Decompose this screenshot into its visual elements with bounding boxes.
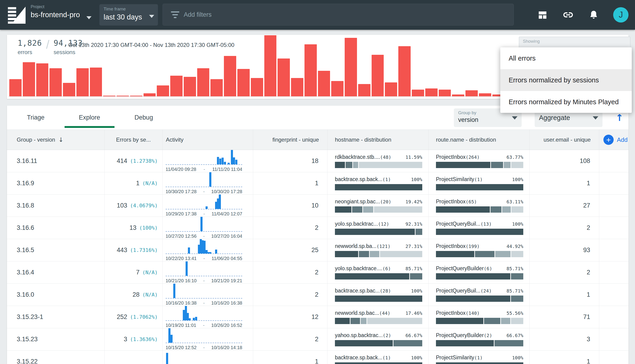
project-select[interactable]: Project bs-frontend-pro [31, 4, 93, 26]
table-row[interactable]: 3.15.23-1252(1.7062%)10/19/20 11:01-10/2… [7, 306, 628, 328]
menu-item-all-errors[interactable]: All errors [500, 47, 632, 69]
histogram-bar [398, 46, 411, 96]
distribution-segment [346, 162, 352, 168]
route-distribution-bar [436, 229, 523, 235]
activity-date-separator: - [203, 211, 205, 216]
activity-date-range: 10/29/20 17:38-11/04/20 12:07 [166, 211, 242, 216]
hostname-distribution-cell: yahoo.sp.backtrac...(2)66.67% [327, 328, 428, 350]
table-body: 3.16.11414(1.2738%)11/04/20 09:28-11/11/… [7, 150, 628, 364]
errors-count: 28 [133, 291, 140, 298]
add-column-icon[interactable]: + [603, 135, 614, 145]
errors-percentage: (N/A) [142, 292, 158, 298]
table-row[interactable]: 3.16.5443(1.7316%)10/22/20 13:41-11/06/2… [7, 239, 628, 262]
route-percentage: 55.56% [504, 310, 523, 316]
distribution-segment [511, 318, 523, 324]
tab-explore[interactable]: Explore [65, 106, 115, 130]
tab-triage[interactable]: Triage [13, 106, 59, 130]
hostname-percentage: 11.59% [403, 154, 422, 160]
activity-date-range: 11/04/20 09:28-11/11/20 11:04 [166, 167, 242, 172]
version-value: 3.16.8 [17, 202, 34, 209]
explore-card: TriageExploreDebug Group by version Aggr… [7, 106, 628, 364]
column-header-group-version[interactable]: Group - version↓ [7, 130, 105, 150]
route-distribution-label-row: ProjectQueryBuilder(2)66.67% [436, 332, 523, 338]
activity-date-range: 10/16/20 16:38-10/16/20 16:38 [166, 300, 242, 306]
sparkline-bar [168, 328, 171, 343]
sort-direction-up-icon[interactable]: ↑ [615, 113, 623, 122]
activity-start-date: 10/16/20 16:38 [166, 300, 197, 306]
table-row[interactable]: 3.16.11414(1.2738%)11/04/20 09:28-11/11/… [7, 150, 628, 172]
activity-start-date: 10/30/20 17:28 [166, 189, 197, 194]
menu-item-errors-normalized-by-minutes-played[interactable]: Errors normalized by Minutes Played [500, 91, 632, 113]
add-column-empty-cell [599, 284, 628, 306]
histogram-bar [224, 56, 236, 96]
distribution-segment [436, 362, 523, 364]
notifications-bell-icon[interactable] [588, 9, 600, 21]
distribution-segment [335, 273, 409, 280]
distribution-segment [374, 206, 422, 213]
user-email-unique-cell: 3 [529, 328, 599, 350]
active-tab-underline [65, 126, 115, 128]
hostname-name: newworld.sp.ba... [335, 243, 376, 249]
menu-item-errors-normalized-by-sessions[interactable]: Errors normalized by sessions [500, 69, 632, 91]
sparkline-bar [195, 317, 197, 320]
histogram-bar [36, 64, 49, 96]
user-email-value: 2 [587, 224, 590, 232]
sparkline-bar [219, 158, 221, 164]
fingerprint-value: 18 [311, 158, 318, 164]
fingerprint-value: 1 [315, 358, 318, 364]
route-name: ProjectQueryBuil... [436, 288, 480, 294]
hostname-distribution-bar [335, 162, 422, 168]
version-cell: 3.16.6 [7, 217, 105, 239]
histogram-bar [318, 71, 330, 96]
version-cell: 3.15.22 [7, 350, 105, 364]
user-email-value: 1 [587, 291, 590, 298]
hostname-distribution-label-row: yolo.sp.backtrace....(6)85.71% [335, 265, 422, 272]
column-header-add-column[interactable]: +Add [599, 130, 628, 150]
column-header-user-email-unique[interactable]: user.email - unique [529, 130, 599, 150]
activity-date-range: 10/21/20 16:10-10/21/20 19:21 [166, 278, 242, 284]
histogram-bar [157, 86, 169, 96]
column-header-errors-by-se-[interactable]: Errors by se... [105, 130, 163, 150]
hostname-distribution-bar [335, 184, 422, 190]
errors-by-sessions-cell: 7(N/A) [105, 262, 163, 284]
add-column-empty-cell [599, 262, 628, 284]
column-header-hostname-distribution[interactable]: hostname - distribution [327, 130, 428, 150]
timeframe-select[interactable]: Time frame last 30 days [99, 4, 158, 26]
table-row[interactable]: 3.16.613(100%)10/27/20 12:56-10/27/20 16… [7, 217, 628, 239]
tab-debug[interactable]: Debug [120, 106, 168, 130]
route-percentage: 100% [510, 177, 523, 182]
errors-percentage: (N/A) [142, 180, 158, 186]
link-icon[interactable] [562, 9, 574, 21]
histogram-bar [144, 93, 156, 96]
dashboard-layout-icon[interactable] [536, 9, 549, 21]
add-filters-input[interactable]: Add filters [163, 4, 514, 26]
fingerprint-unique-cell: 10 [253, 194, 327, 216]
route-count: (65) [466, 199, 477, 204]
activity-end-date: 11/11/20 11:04 [212, 167, 242, 172]
errors-percentage: (1.3636%) [130, 336, 158, 342]
backtrace-logo-icon[interactable] [8, 6, 26, 24]
hostname-name: yolo.sp.backtrace.... [335, 265, 383, 272]
hostname-percentage: 100% [409, 288, 422, 294]
distribution-segment [511, 273, 523, 280]
column-header-route-name-distribution[interactable]: route.name - distribution [428, 130, 529, 150]
table-row[interactable]: 3.15.221backtrace.sp.back...(1)100%Proje… [7, 350, 628, 364]
activity-sparkline [166, 328, 242, 343]
distribution-segment [415, 229, 422, 235]
route-count: (2) [484, 333, 492, 338]
version-cell: 3.16.8 [7, 194, 105, 216]
table-row[interactable]: 3.16.91(N/A)10/30/20 17:28-10/30/20 17:2… [7, 172, 628, 194]
column-header-fingerprint-unique[interactable]: fingerprint - unique [253, 130, 327, 150]
user-avatar[interactable]: J [613, 7, 628, 22]
hostname-count: (1) [383, 355, 391, 360]
table-row[interactable]: 3.15.233(1.3636%)10/15/20 12:52-10/16/20… [7, 328, 628, 350]
hostname-name: backtrace.sp.back... [335, 176, 383, 182]
table-row[interactable]: 3.16.47(N/A)10/21/20 16:10-10/21/20 19:2… [7, 262, 628, 284]
column-header-label: user.email - unique [543, 136, 591, 143]
histogram-bar [77, 68, 89, 96]
table-row[interactable]: 3.16.8103(4.0679%)10/29/20 17:38-11/04/2… [7, 194, 628, 217]
activity-sparkline [166, 239, 242, 254]
activity-start-date: 10/15/20 12:52 [166, 345, 197, 350]
column-header-activity[interactable]: Activity [163, 130, 253, 150]
table-row[interactable]: 3.16.028(N/A)10/16/20 16:38-10/16/20 16:… [7, 284, 628, 306]
